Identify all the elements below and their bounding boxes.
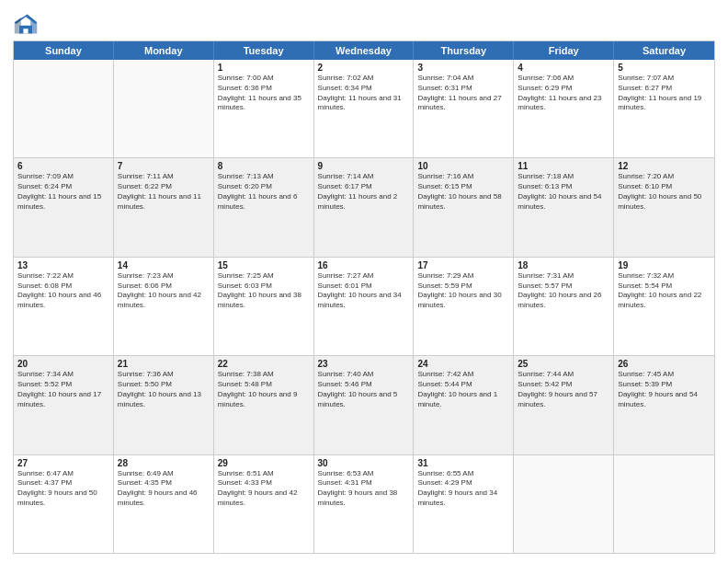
day-number: 26: [618, 359, 711, 369]
cell-info: Sunrise: 7:09 AM Sunset: 6:24 PM Dayligh…: [17, 172, 109, 212]
cal-row-1: 6Sunrise: 7:09 AM Sunset: 6:24 PM Daylig…: [14, 158, 714, 257]
cell-info: Sunrise: 7:27 AM Sunset: 6:01 PM Dayligh…: [318, 271, 410, 311]
cal-cell: 30Sunrise: 6:53 AM Sunset: 4:31 PM Dayli…: [314, 455, 415, 553]
cal-cell: [514, 455, 614, 553]
cell-info: Sunrise: 7:34 AM Sunset: 5:52 PM Dayligh…: [17, 370, 109, 409]
day-number: 24: [417, 359, 509, 369]
cal-cell: 21Sunrise: 7:36 AM Sunset: 5:50 PM Dayli…: [114, 356, 214, 454]
cell-info: Sunrise: 7:20 AM Sunset: 6:10 PM Dayligh…: [618, 172, 711, 212]
cell-info: Sunrise: 7:00 AM Sunset: 6:36 PM Dayligh…: [218, 74, 310, 113]
day-number: 30: [318, 458, 410, 468]
day-number: 11: [518, 161, 609, 171]
day-number: 31: [417, 458, 509, 468]
day-number: 3: [417, 63, 509, 73]
day-number: 4: [518, 63, 609, 73]
cal-cell: 4Sunrise: 7:06 AM Sunset: 6:29 PM Daylig…: [514, 60, 614, 157]
cal-cell: 16Sunrise: 7:27 AM Sunset: 6:01 PM Dayli…: [314, 258, 415, 355]
cal-cell: 7Sunrise: 7:11 AM Sunset: 6:22 PM Daylig…: [114, 158, 214, 256]
day-number: 25: [518, 359, 609, 369]
cal-cell: 6Sunrise: 7:09 AM Sunset: 6:24 PM Daylig…: [14, 158, 114, 256]
cal-cell: [614, 455, 714, 553]
cal-cell: 17Sunrise: 7:29 AM Sunset: 5:59 PM Dayli…: [414, 258, 514, 355]
day-number: 22: [218, 359, 310, 369]
day-number: 17: [417, 260, 509, 270]
header-day-monday: Monday: [114, 41, 214, 60]
header: [13, 11, 715, 37]
cell-info: Sunrise: 7:38 AM Sunset: 5:48 PM Dayligh…: [218, 370, 310, 409]
cal-cell: 19Sunrise: 7:32 AM Sunset: 5:54 PM Dayli…: [614, 258, 714, 355]
day-number: 1: [218, 63, 310, 73]
cell-info: Sunrise: 7:02 AM Sunset: 6:34 PM Dayligh…: [318, 74, 410, 113]
cell-info: Sunrise: 7:25 AM Sunset: 6:03 PM Dayligh…: [218, 271, 310, 311]
cal-cell: [114, 60, 214, 157]
cell-info: Sunrise: 7:07 AM Sunset: 6:27 PM Dayligh…: [618, 74, 711, 113]
day-number: 12: [618, 161, 711, 171]
day-number: 20: [17, 359, 109, 369]
cell-info: Sunrise: 7:11 AM Sunset: 6:22 PM Dayligh…: [118, 172, 210, 212]
day-number: 8: [218, 161, 310, 171]
cell-info: Sunrise: 7:16 AM Sunset: 6:15 PM Dayligh…: [417, 172, 509, 212]
logo-icon: [13, 11, 39, 37]
cal-row-0: 1Sunrise: 7:00 AM Sunset: 6:36 PM Daylig…: [14, 60, 714, 158]
cell-info: Sunrise: 7:36 AM Sunset: 5:50 PM Dayligh…: [118, 370, 210, 409]
calendar-body: 1Sunrise: 7:00 AM Sunset: 6:36 PM Daylig…: [14, 60, 714, 553]
cal-cell: 28Sunrise: 6:49 AM Sunset: 4:35 PM Dayli…: [114, 455, 214, 553]
day-number: 15: [218, 260, 310, 270]
cell-info: Sunrise: 7:23 AM Sunset: 6:06 PM Dayligh…: [118, 271, 210, 311]
day-number: 9: [318, 161, 410, 171]
day-number: 28: [118, 458, 210, 468]
cell-info: Sunrise: 7:18 AM Sunset: 6:13 PM Dayligh…: [518, 172, 609, 212]
cal-row-4: 27Sunrise: 6:47 AM Sunset: 4:37 PM Dayli…: [14, 455, 714, 553]
cal-cell: 27Sunrise: 6:47 AM Sunset: 4:37 PM Dayli…: [14, 455, 114, 553]
cell-info: Sunrise: 7:04 AM Sunset: 6:31 PM Dayligh…: [417, 74, 509, 113]
day-number: 19: [618, 260, 711, 270]
cal-cell: 24Sunrise: 7:42 AM Sunset: 5:44 PM Dayli…: [414, 356, 514, 454]
day-number: 6: [17, 161, 109, 171]
cal-cell: 15Sunrise: 7:25 AM Sunset: 6:03 PM Dayli…: [214, 258, 314, 355]
svg-rect-5: [23, 29, 28, 33]
day-number: 27: [17, 458, 109, 468]
cal-cell: 31Sunrise: 6:55 AM Sunset: 4:29 PM Dayli…: [414, 455, 514, 553]
cal-cell: 9Sunrise: 7:14 AM Sunset: 6:17 PM Daylig…: [314, 158, 415, 256]
header-day-tuesday: Tuesday: [214, 41, 314, 60]
cell-info: Sunrise: 7:45 AM Sunset: 5:39 PM Dayligh…: [618, 370, 711, 409]
cell-info: Sunrise: 7:14 AM Sunset: 6:17 PM Dayligh…: [318, 172, 410, 212]
day-number: 23: [318, 359, 410, 369]
header-day-thursday: Thursday: [414, 41, 514, 60]
header-day-wednesday: Wednesday: [314, 41, 415, 60]
cal-cell: 3Sunrise: 7:04 AM Sunset: 6:31 PM Daylig…: [414, 60, 514, 157]
day-number: 13: [17, 260, 109, 270]
cal-cell: 1Sunrise: 7:00 AM Sunset: 6:36 PM Daylig…: [214, 60, 314, 157]
cell-info: Sunrise: 7:29 AM Sunset: 5:59 PM Dayligh…: [417, 271, 509, 311]
cal-cell: 20Sunrise: 7:34 AM Sunset: 5:52 PM Dayli…: [14, 356, 114, 454]
day-number: 18: [518, 260, 609, 270]
cell-info: Sunrise: 7:40 AM Sunset: 5:46 PM Dayligh…: [318, 370, 410, 409]
cal-row-3: 20Sunrise: 7:34 AM Sunset: 5:52 PM Dayli…: [14, 356, 714, 454]
cal-cell: 8Sunrise: 7:13 AM Sunset: 6:20 PM Daylig…: [214, 158, 314, 256]
cell-info: Sunrise: 7:31 AM Sunset: 5:57 PM Dayligh…: [518, 271, 609, 311]
header-day-friday: Friday: [514, 41, 614, 60]
cal-row-2: 13Sunrise: 7:22 AM Sunset: 6:08 PM Dayli…: [14, 258, 714, 356]
calendar: SundayMondayTuesdayWednesdayThursdayFrid…: [13, 40, 715, 554]
cell-info: Sunrise: 6:51 AM Sunset: 4:33 PM Dayligh…: [218, 469, 310, 509]
day-number: 14: [118, 260, 210, 270]
cell-info: Sunrise: 6:47 AM Sunset: 4:37 PM Dayligh…: [17, 469, 109, 509]
page: SundayMondayTuesdayWednesdayThursdayFrid…: [0, 0, 728, 563]
cal-cell: 26Sunrise: 7:45 AM Sunset: 5:39 PM Dayli…: [614, 356, 714, 454]
cal-cell: 12Sunrise: 7:20 AM Sunset: 6:10 PM Dayli…: [614, 158, 714, 256]
cell-info: Sunrise: 7:32 AM Sunset: 5:54 PM Dayligh…: [618, 271, 711, 311]
header-day-saturday: Saturday: [614, 41, 714, 60]
day-number: 7: [118, 161, 210, 171]
calendar-header: SundayMondayTuesdayWednesdayThursdayFrid…: [14, 41, 714, 60]
cal-cell: 29Sunrise: 6:51 AM Sunset: 4:33 PM Dayli…: [214, 455, 314, 553]
cal-cell: 25Sunrise: 7:44 AM Sunset: 5:42 PM Dayli…: [514, 356, 614, 454]
cal-cell: 5Sunrise: 7:07 AM Sunset: 6:27 PM Daylig…: [614, 60, 714, 157]
cell-info: Sunrise: 7:44 AM Sunset: 5:42 PM Dayligh…: [518, 370, 609, 409]
cal-cell: 11Sunrise: 7:18 AM Sunset: 6:13 PM Dayli…: [514, 158, 614, 256]
header-day-sunday: Sunday: [14, 41, 114, 60]
day-number: 29: [218, 458, 310, 468]
cal-cell: [14, 60, 114, 157]
cell-info: Sunrise: 6:49 AM Sunset: 4:35 PM Dayligh…: [118, 469, 210, 509]
day-number: 16: [318, 260, 410, 270]
logo: [13, 11, 42, 37]
